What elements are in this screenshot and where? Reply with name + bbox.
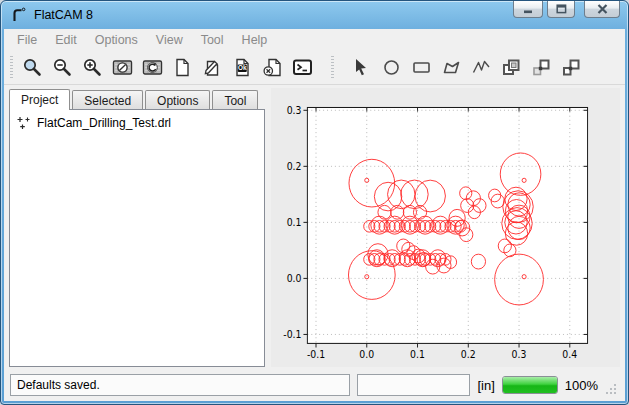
command-shell-button[interactable] [287, 54, 317, 82]
transfer-objects-tool-button[interactable] [556, 54, 586, 82]
transfer-objects-icon [561, 57, 582, 78]
svg-text:-0.1: -0.1 [307, 349, 325, 360]
progress-percent-label: 100% [565, 378, 598, 393]
copy-objects-tool-button[interactable] [496, 54, 526, 82]
minimize-icon [523, 5, 534, 14]
polyline-path-icon [471, 57, 492, 78]
move-objects-icon [531, 57, 552, 78]
edit-geometry-button[interactable] [197, 54, 227, 82]
terminal-icon [292, 57, 313, 78]
select-tool-button[interactable] [346, 54, 376, 82]
add-path-tool-button[interactable] [466, 54, 496, 82]
document-ok-icon: Ok [232, 57, 253, 78]
titlebar[interactable]: FlatCAM 8 [1, 1, 628, 29]
flatcam-logo-icon [10, 6, 28, 24]
polygon-shape-icon [441, 57, 462, 78]
close-icon [597, 4, 608, 14]
tab-options[interactable]: Options [145, 90, 210, 109]
menu-view[interactable]: View [147, 30, 192, 50]
zoom-out-icon [52, 57, 73, 78]
menu-options[interactable]: Options [86, 30, 147, 50]
close-button[interactable] [584, 1, 620, 18]
maximize-button[interactable] [547, 1, 575, 18]
svg-text:0.2: 0.2 [461, 349, 476, 360]
left-pane: Project Selected Options Tool FlatCam_Dr… [9, 88, 265, 367]
add-polygon-tool-button[interactable] [436, 54, 466, 82]
svg-text:0.1: 0.1 [410, 349, 425, 360]
drill-plot[interactable]: -0.10.00.10.20.30.4-0.10.00.10.20.3 [271, 88, 620, 367]
tree-item-label: FlatCam_Drilling_Test.drl [37, 116, 171, 130]
cancel-edit-button[interactable] [257, 54, 287, 82]
minimize-button[interactable] [513, 1, 543, 18]
clear-plot-icon [112, 57, 133, 78]
document-cancel-icon [262, 57, 283, 78]
zoom-out-button[interactable] [47, 54, 77, 82]
notebook-tabs: Project Selected Options Tool [9, 88, 265, 109]
replot-button[interactable] [137, 54, 167, 82]
document-pencil-icon [202, 57, 223, 78]
plot-canvas[interactable]: -0.10.00.10.20.30.4-0.10.00.10.20.3 [271, 88, 620, 367]
tab-tool[interactable]: Tool [212, 90, 258, 109]
add-rectangle-tool-button[interactable] [406, 54, 436, 82]
flatcam-window: FlatCAM 8 File Edit [0, 0, 629, 405]
rectangle-shape-icon [411, 57, 432, 78]
statusbar: Defaults saved. [in] 100% [4, 371, 625, 401]
tab-project[interactable]: Project [9, 89, 70, 110]
svg-text:0.0: 0.0 [359, 349, 374, 360]
svg-text:0.2: 0.2 [287, 161, 302, 172]
update-geometry-ok-button[interactable]: Ok [227, 54, 257, 82]
circle-shape-icon [381, 57, 402, 78]
copy-objects-icon [501, 57, 522, 78]
zoom-in-icon [82, 57, 103, 78]
add-circle-tool-button[interactable] [376, 54, 406, 82]
svg-text:0.4: 0.4 [562, 349, 577, 360]
caption-buttons [509, 1, 620, 18]
progress-fill [503, 377, 557, 393]
toolbar-gripper-2[interactable] [331, 56, 334, 80]
status-aux-field [357, 374, 470, 396]
units-label: [in] [477, 378, 494, 393]
menu-help[interactable]: Help [233, 30, 277, 50]
menu-edit[interactable]: Edit [46, 30, 86, 50]
toolbar-gripper[interactable] [10, 56, 13, 80]
resize-grip[interactable] [605, 383, 618, 396]
zoom-fit-button[interactable] [17, 54, 47, 82]
svg-text:0.0: 0.0 [287, 273, 302, 284]
menu-file[interactable]: File [8, 30, 46, 50]
toolbar: Ok [4, 51, 625, 85]
move-objects-tool-button[interactable] [526, 54, 556, 82]
window-title: FlatCAM 8 [34, 8, 93, 22]
tree-item-drill-object[interactable]: FlatCam_Drilling_Test.drl [12, 113, 262, 133]
svg-text:0.1: 0.1 [287, 217, 302, 228]
svg-text:-0.1: -0.1 [283, 329, 301, 340]
tab-selected[interactable]: Selected [72, 90, 143, 109]
svg-text:0.3: 0.3 [287, 105, 302, 116]
zoom-fit-icon [22, 57, 43, 78]
main-area: Project Selected Options Tool FlatCam_Dr… [4, 85, 625, 371]
zoom-in-button[interactable] [77, 54, 107, 82]
maximize-icon [556, 4, 567, 14]
drill-object-icon [16, 115, 32, 131]
replot-icon [142, 57, 163, 78]
project-tree[interactable]: FlatCam_Drilling_Test.drl [9, 109, 265, 367]
clear-plot-button[interactable] [107, 54, 137, 82]
svg-text:0.3: 0.3 [512, 349, 527, 360]
menubar: File Edit Options View Tool Help [4, 29, 625, 51]
menu-tool[interactable]: Tool [192, 30, 233, 50]
svg-text:Ok: Ok [238, 64, 247, 71]
new-document-icon [172, 57, 193, 78]
new-blank-geometry-button[interactable] [167, 54, 197, 82]
select-arrow-icon [351, 57, 372, 78]
status-message: Defaults saved. [10, 374, 350, 396]
window-client-area: File Edit Options View Tool Help [4, 29, 625, 401]
progress-bar [502, 376, 558, 394]
